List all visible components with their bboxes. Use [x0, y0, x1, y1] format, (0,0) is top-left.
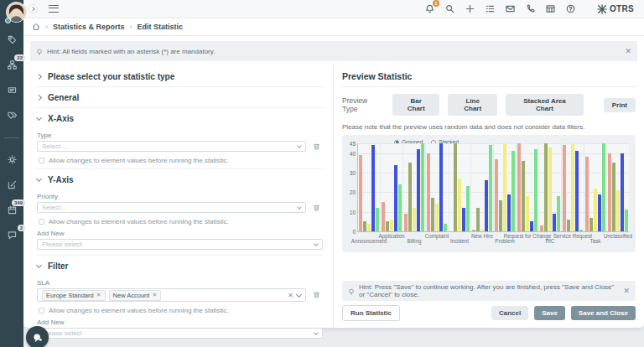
- gear-icon[interactable]: [5, 153, 18, 166]
- bar: [485, 180, 488, 231]
- hamburger-menu-icon[interactable]: [49, 5, 59, 13]
- tags-icon[interactable]: [5, 108, 18, 122]
- org-chart-icon[interactable]: 22: [5, 58, 18, 71]
- checkbox[interactable]: [39, 158, 44, 163]
- bar-group: Billing: [403, 143, 426, 231]
- remove-tag-icon[interactable]: ✕: [96, 292, 101, 298]
- section-x-axis[interactable]: X-Axis: [37, 107, 323, 128]
- remove-tag-icon[interactable]: ✕: [152, 292, 157, 298]
- checkbox[interactable]: [39, 308, 44, 313]
- section-statistic-type[interactable]: Please select your statistic type: [37, 66, 323, 86]
- bar-group: New Hire: [471, 143, 494, 231]
- preview-note: Please note that the preview uses random…: [342, 123, 636, 131]
- save-button[interactable]: Save: [534, 306, 565, 320]
- bar: [621, 153, 624, 231]
- filter-sla-multiselect[interactable]: Europe Standard ✕ New Account ✕ ✕: [37, 288, 306, 302]
- bar: [439, 143, 443, 231]
- x-axis-type-select[interactable]: Select...: [37, 141, 306, 152]
- calendar-badge: 349: [12, 199, 25, 206]
- sidebar-collapse-toggle[interactable]: [29, 4, 38, 13]
- statistic-form: Please select your statistic type Genera…: [23, 65, 334, 328]
- bar: [602, 143, 605, 231]
- y-axis-priority-select[interactable]: Select...: [37, 202, 306, 213]
- bar-group: Complaint: [426, 143, 449, 231]
- bar: [503, 143, 506, 231]
- run-statistic-button[interactable]: Run Statistic: [342, 305, 400, 321]
- preview-panel: Preview Statistic Preview Type Bar Chart…: [334, 65, 644, 328]
- bar: [526, 196, 529, 231]
- bar: [571, 143, 574, 231]
- bar: [553, 214, 556, 231]
- chart-plot-area: AnnouncementApplicationBillingComplaintI…: [357, 143, 629, 232]
- sla-tag[interactable]: Europe Standard ✕: [42, 290, 106, 301]
- x-axis-label: Task: [590, 238, 601, 244]
- close-icon[interactable]: ✕: [625, 48, 631, 55]
- section-y-axis[interactable]: Y-Axis: [37, 168, 323, 189]
- filter-add-new-select[interactable]: Please select: [37, 328, 323, 339]
- trash-icon[interactable]: [313, 202, 323, 213]
- bar: [462, 208, 465, 231]
- bell-icon[interactable]: 1: [424, 3, 435, 14]
- org-chart-badge: 22: [14, 54, 25, 61]
- bar: [466, 186, 470, 231]
- chevron-down-icon: [36, 176, 42, 182]
- bar-chart-button[interactable]: Bar Chart: [392, 94, 439, 116]
- bar: [359, 155, 362, 231]
- chat-icon[interactable]: 2: [5, 228, 18, 241]
- home-icon[interactable]: [32, 19, 40, 34]
- tag-icon[interactable]: [5, 33, 18, 46]
- checkbox[interactable]: [39, 219, 44, 225]
- clear-selection-icon[interactable]: ✕: [288, 292, 293, 299]
- line-chart-button[interactable]: Line Chart: [448, 94, 497, 116]
- ticket-icon[interactable]: [5, 83, 18, 96]
- bar: [540, 225, 543, 231]
- trash-icon[interactable]: [313, 141, 323, 152]
- help-icon[interactable]: [565, 3, 576, 14]
- stacked-area-chart-button[interactable]: Stacked Area Chart: [506, 94, 584, 116]
- bar: [522, 161, 525, 231]
- plus-icon[interactable]: [465, 3, 475, 14]
- calendar-icon[interactable]: 349: [5, 203, 18, 216]
- list-icon[interactable]: [485, 3, 496, 14]
- otrs-star-icon: [597, 4, 607, 14]
- sla-tag[interactable]: New Account ✕: [109, 290, 162, 301]
- hint-icon: [36, 44, 43, 59]
- y-axis-add-new-select[interactable]: Please select: [37, 239, 323, 250]
- section-filter[interactable]: Filter: [37, 255, 323, 276]
- bar: [557, 196, 560, 231]
- bar: [530, 221, 533, 231]
- section-general[interactable]: General: [37, 86, 323, 107]
- calendar-icon[interactable]: [545, 3, 556, 14]
- bar: [534, 149, 538, 231]
- bar: [390, 220, 393, 231]
- search-icon[interactable]: [444, 3, 455, 14]
- otrs-logo: OTRS: [597, 4, 636, 14]
- x-axis-label: Unclassified: [604, 233, 632, 239]
- hint-text: Hint: All fields marked with an asterisk…: [47, 48, 215, 55]
- save-hint-bar: Hint: Press "Save" to continue working. …: [342, 281, 636, 301]
- edit-note-icon[interactable]: [5, 178, 18, 191]
- bar: [408, 163, 412, 231]
- bar: [489, 145, 492, 231]
- otrs-bubble-icon: [32, 332, 44, 344]
- y-axis-priority-label: Priority: [37, 193, 323, 200]
- x-axis-label: RfC: [546, 238, 555, 244]
- bar: [371, 145, 375, 231]
- x-axis-label: Announcement: [351, 238, 387, 244]
- print-button[interactable]: Print: [604, 98, 636, 112]
- save-and-close-button[interactable]: Save and Close: [571, 306, 636, 320]
- sidebar: 22 349 2: [0, 0, 23, 347]
- bar: [421, 143, 424, 231]
- breadcrumb-section[interactable]: Statistics & Reports: [53, 23, 125, 31]
- chat-badge: 2: [18, 225, 25, 231]
- cancel-button[interactable]: Cancel: [491, 306, 528, 320]
- phone-icon[interactable]: [525, 3, 536, 14]
- trash-icon[interactable]: [313, 290, 323, 301]
- user-avatar[interactable]: [6, 2, 27, 23]
- chat-widget-button[interactable]: [26, 326, 49, 347]
- close-icon[interactable]: ✕: [623, 287, 630, 295]
- form-footer: Hint: Press "Save" to continue working. …: [340, 281, 637, 323]
- mail-icon[interactable]: [505, 3, 516, 14]
- topbar: 1: [23, 0, 644, 18]
- bar: [394, 165, 397, 231]
